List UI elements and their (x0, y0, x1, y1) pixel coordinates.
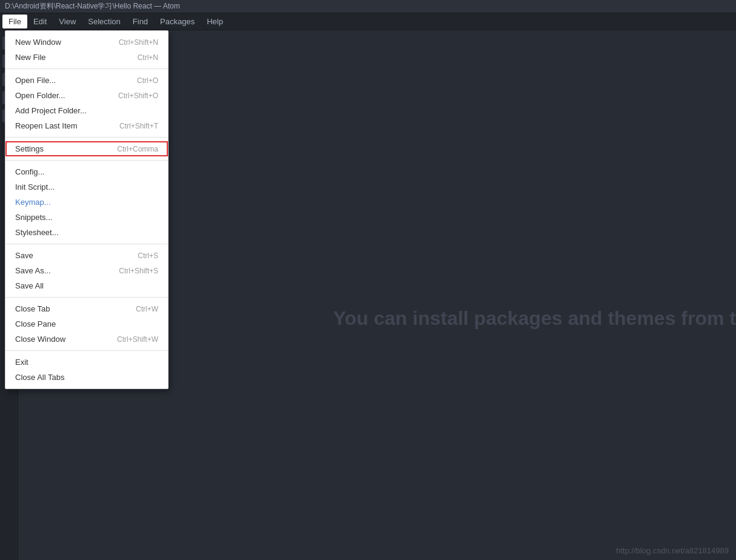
menu-save-all[interactable]: Save All (5, 278, 168, 293)
menu-exit-label: Exit (15, 358, 28, 367)
menu-add-project-folder-label: Add Project Folder... (15, 106, 87, 115)
menu-close-tab[interactable]: Close Tab Ctrl+W (5, 301, 168, 316)
menu-settings-shortcut: Ctrl+Comma (117, 145, 158, 153)
menu-add-project-folder[interactable]: Add Project Folder... (5, 103, 168, 118)
menu-close-pane[interactable]: Close Pane (5, 316, 168, 332)
menu-new-file[interactable]: New File Ctrl+N (5, 50, 168, 65)
divider-1 (5, 68, 168, 69)
menu-open-file-shortcut: Ctrl+O (137, 76, 158, 85)
menu-config[interactable]: Config... (5, 164, 168, 179)
menu-snippets[interactable]: Snippets... (5, 210, 168, 225)
menu-init-script-label: Init Script... (15, 182, 55, 192)
menu-new-window-label: New Window (15, 38, 61, 47)
menu-file[interactable]: File (2, 15, 27, 28)
menu-save-as-shortcut: Ctrl+Shift+S (119, 267, 158, 275)
menu-close-all-tabs-label: Close All Tabs (15, 373, 64, 382)
menu-section-settings: Settings Ctrl+Comma (5, 140, 168, 158)
divider-4 (5, 244, 168, 244)
menu-section-open: Open File... Ctrl+O Open Folder... Ctrl+… (5, 72, 168, 135)
menu-open-file[interactable]: Open File... Ctrl+O (5, 73, 168, 88)
menu-save-label: Save (15, 251, 33, 260)
menu-save-as[interactable]: Save As... Ctrl+Shift+S (5, 263, 168, 278)
divider-3 (5, 160, 168, 161)
menu-save[interactable]: Save Ctrl+S (5, 248, 168, 263)
divider-5 (5, 297, 168, 298)
menu-save-shortcut: Ctrl+S (138, 252, 158, 260)
menu-new-file-shortcut: Ctrl+N (138, 53, 158, 62)
menu-exit[interactable]: Exit (5, 355, 168, 370)
menu-save-as-label: Save As... (15, 266, 51, 275)
bg-hint-text: You can install packages and themes from… (333, 307, 736, 330)
menu-open-folder-label: Open Folder... (15, 91, 65, 100)
watermark: http://blog.csdn.net/a821814989 (616, 546, 729, 555)
menu-section-new: New Window Ctrl+Shift+N New File Ctrl+N (5, 33, 168, 66)
title-bar: D:\Android资料\React-Native学习\Hello React … (0, 0, 736, 13)
menu-close-all-tabs[interactable]: Close All Tabs (5, 370, 168, 385)
menu-find[interactable]: Find (127, 15, 154, 28)
menu-config-label: Config... (15, 167, 44, 176)
menu-close-tab-shortcut: Ctrl+W (136, 305, 158, 313)
menu-reopen-last-item-label: Reopen Last Item (15, 121, 78, 130)
menu-close-pane-label: Close Pane (15, 319, 56, 328)
menu-bar: File Edit View Selection Find Packages H… (0, 13, 736, 30)
menu-stylesheet[interactable]: Stylesheet... (5, 225, 168, 240)
menu-close-window-shortcut: Ctrl+Shift+W (117, 335, 158, 344)
divider-6 (5, 350, 168, 351)
menu-close-tab-label: Close Tab (15, 304, 50, 313)
menu-keymap-label: Keymap... (15, 198, 51, 207)
menu-settings[interactable]: Settings Ctrl+Comma (5, 141, 168, 156)
menu-init-script[interactable]: Init Script... (5, 179, 168, 195)
menu-open-folder[interactable]: Open Folder... Ctrl+Shift+O (5, 88, 168, 103)
menu-reopen-last-item[interactable]: Reopen Last Item Ctrl+Shift+T (5, 118, 168, 133)
menu-close-window[interactable]: Close Window Ctrl+Shift+W (5, 332, 168, 347)
menu-view[interactable]: View (53, 15, 82, 28)
menu-reopen-last-item-shortcut: Ctrl+Shift+T (119, 122, 158, 130)
menu-edit[interactable]: Edit (27, 15, 53, 28)
menu-packages[interactable]: Packages (154, 15, 201, 28)
menu-section-save: Save Ctrl+S Save As... Ctrl+Shift+S Save… (5, 247, 168, 295)
menu-close-window-label: Close Window (15, 335, 65, 344)
menu-selection[interactable]: Selection (82, 15, 126, 28)
title-bar-text: D:\Android资料\React-Native学习\Hello React … (5, 1, 180, 12)
menu-section-exit: Exit Close All Tabs (5, 353, 168, 386)
menu-help[interactable]: Help (201, 15, 229, 28)
menu-stylesheet-label: Stylesheet... (15, 228, 59, 237)
menu-settings-label: Settings (15, 144, 44, 153)
file-dropdown-menu: New Window Ctrl+Shift+N New File Ctrl+N … (5, 30, 169, 389)
menu-new-window-shortcut: Ctrl+Shift+N (119, 38, 158, 47)
divider-2 (5, 137, 168, 138)
menu-save-all-label: Save All (15, 281, 44, 290)
menu-keymap[interactable]: Keymap... (5, 195, 168, 210)
menu-snippets-label: Snippets... (15, 213, 52, 222)
menu-new-file-label: New File (15, 53, 46, 62)
menu-open-folder-shortcut: Ctrl+Shift+O (118, 92, 158, 100)
menu-section-close: Close Tab Ctrl+W Close Pane Close Window… (5, 300, 168, 348)
menu-section-config: Config... Init Script... Keymap... Snipp… (5, 163, 168, 241)
menu-open-file-label: Open File... (15, 76, 56, 85)
menu-new-window[interactable]: New Window Ctrl+Shift+N (5, 35, 168, 50)
